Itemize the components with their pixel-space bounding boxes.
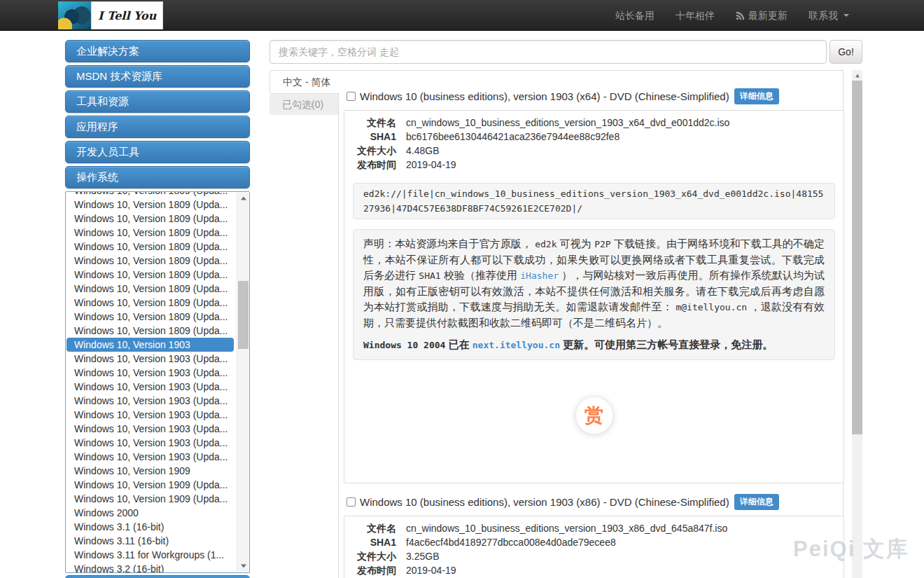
version-item[interactable]: Windows 10, Version 1903 (Upda...	[66, 450, 236, 464]
version-item[interactable]: Windows 10, Version 1909 (Upda...	[66, 492, 236, 506]
notice-segment: ed2k	[535, 239, 556, 249]
nav-link-webmaster-backup[interactable]: 站长备用	[605, 0, 665, 31]
field-value: 4.48GB	[406, 144, 439, 158]
version-item[interactable]: Windows 10, Version 1909 (Upda...	[66, 478, 236, 492]
version-item[interactable]: Windows 10, Version 1809 (Upda...	[66, 268, 236, 282]
tab-checked-items[interactable]: 已勾选(0)	[270, 94, 338, 115]
field-label: 文件名	[353, 521, 396, 535]
notice-segment: SHA1	[419, 270, 440, 281]
version-list: Windows 10, Version 1809 (Upda... Window…	[66, 192, 236, 572]
notice-segment: Windows 10 2004	[363, 340, 445, 350]
notice-segment[interactable]: next.itellyou.cn	[472, 340, 560, 350]
entry-title: Windows 10 (business editions), version …	[360, 90, 729, 102]
notice-segment: 校验（推荐使用	[444, 269, 517, 281]
version-item[interactable]: Windows 3.1 (16-bit)	[66, 520, 236, 534]
field-label: SHA1	[353, 130, 396, 144]
scroll-down-arrow-icon[interactable]	[237, 560, 249, 572]
notice-segment: 已在	[449, 338, 470, 350]
brand[interactable]: I Tell You	[58, 1, 163, 29]
version-item[interactable]: Windows 10, Version 1809 (Upda...	[66, 310, 236, 324]
category-buttons: 企业解决方案 MSDN 技术资源库 工具和资源 应用程序 开发人员工具 操作系统	[65, 40, 250, 188]
field-label: SHA1	[353, 535, 396, 549]
entry-row: Windows 10 (business editions), version …	[346, 90, 837, 102]
rss-icon	[736, 11, 745, 20]
version-item[interactable]: Windows 10, Version 1903 (Upda...	[66, 366, 236, 380]
tab-area: 中文 - 简体 已勾选(0) Windows 10 (business edit…	[270, 70, 862, 578]
version-item[interactable]: Windows 10, Version 1809 (Upda...	[66, 198, 236, 212]
nav-link-ten-years[interactable]: 十年相伴	[665, 0, 725, 31]
category-button[interactable]: 开发人员工具	[65, 141, 250, 163]
field-row: 发布时间 2019-04-19	[353, 158, 835, 172]
main-scrollbar[interactable]	[852, 70, 862, 578]
version-item[interactable]: Windows 10, Version 1903	[66, 338, 234, 352]
version-item[interactable]: Windows 3.2 (16-bit)	[66, 562, 236, 572]
version-item[interactable]: Windows 10, Version 1809 (Upda...	[66, 254, 236, 268]
list-scrollbar-thumb[interactable]	[238, 281, 248, 349]
main-scrollbar-thumb[interactable]	[852, 81, 862, 434]
caret-down-icon	[844, 14, 849, 17]
field-value: f4ac6ecf4bd4189277dbcca008e4d0ade79ecee8	[406, 535, 616, 549]
version-item[interactable]: Windows 10, Version 1909	[66, 464, 236, 478]
version-listbox: Windows 10, Version 1809 (Upda... Window…	[65, 191, 250, 573]
notice-segment[interactable]: iHasher	[520, 270, 559, 281]
search-input[interactable]	[270, 40, 827, 64]
partial-category-button[interactable]	[65, 575, 250, 578]
list-scrollbar[interactable]	[237, 193, 248, 572]
sidebar: 企业解决方案 MSDN 技术资源库 工具和资源 应用程序 开发人员工具 操作系统	[65, 40, 250, 578]
entry-checkbox[interactable]	[346, 497, 356, 507]
version-item[interactable]: Windows 10, Version 1809 (Upda...	[66, 192, 236, 198]
field-row: SHA1 bc6176bee6130446421aca236e7944ee88c…	[353, 130, 835, 144]
version-item[interactable]: Windows 10, Version 1903 (Upda...	[66, 422, 236, 436]
category-button[interactable]: MSDN 技术资源库	[65, 65, 250, 88]
search-go-button[interactable]: Go!	[830, 40, 862, 64]
version-item[interactable]: Windows 2000	[66, 506, 236, 520]
field-value: 2019-04-19	[406, 158, 456, 172]
version-item[interactable]: Windows 3.11 (16-bit)	[66, 534, 236, 548]
version-item[interactable]: Windows 10, Version 1903 (Upda...	[66, 352, 236, 366]
version-item[interactable]: Windows 10, Version 1809 (Upda...	[66, 212, 236, 226]
version-item[interactable]: Windows 10, Version 1903 (Upda...	[66, 436, 236, 450]
version-item[interactable]: Windows 10, Version 1809 (Upda...	[66, 324, 236, 338]
field-value: bc6176bee6130446421aca236e7944ee88c92fe8	[406, 130, 620, 144]
details-info-button[interactable]: 详细信息	[734, 494, 779, 510]
field-label: 文件大小	[353, 144, 396, 158]
top-navbar: I Tell You 站长备用 十年相伴 最新更新 联系我	[0, 0, 924, 31]
scroll-up-arrow-icon[interactable]	[852, 70, 862, 81]
donate-button[interactable]: 赏	[575, 397, 613, 434]
category-button[interactable]: 应用程序	[65, 116, 250, 138]
field-value: cn_windows_10_business_editions_version_…	[406, 521, 727, 535]
version-item[interactable]: Windows 10, Version 1809 (Upda...	[66, 296, 236, 310]
version-item[interactable]: Windows 10, Version 1809 (Upda...	[66, 282, 236, 296]
category-button[interactable]: 工具和资源	[65, 90, 250, 113]
nav-link-latest-updates[interactable]: 最新更新	[725, 0, 798, 31]
version-item[interactable]: Windows 10, Version 1903 (Upda...	[66, 408, 236, 422]
version-item[interactable]: Windows 10, Version 1903 (Upda...	[66, 394, 236, 408]
entry-row: Windows 10 (business editions), version …	[346, 495, 837, 508]
ed2k-download-link[interactable]: ed2k://|file|cn_windows_10_business_edit…	[353, 183, 835, 219]
notice-segment: P2P	[594, 239, 610, 249]
field-row: 发布时间 2019-04-19	[353, 563, 835, 577]
brand-title: I Tell You	[91, 1, 163, 29]
version-item[interactable]: Windows 3.11 for Workgroups (1...	[66, 548, 236, 562]
entry-title: Windows 10 (business editions), version …	[360, 496, 729, 508]
version-item[interactable]: Windows 10, Version 1809 (Upda...	[66, 240, 236, 254]
notice-segment: 更新。可使用第三方帐号直接登录，免注册。	[563, 338, 773, 350]
tab-chinese-simplified[interactable]: 中文 - 简体	[270, 70, 339, 94]
main-content: Go! 中文 - 简体 已勾选(0) Windows 10 (business …	[270, 40, 862, 578]
details-info-button[interactable]: 详细信息	[734, 88, 779, 104]
field-value: 3.25GB	[406, 549, 439, 563]
category-button[interactable]: 企业解决方案	[65, 40, 250, 62]
field-label: 发布时间	[353, 158, 396, 172]
tab-content-panel: Windows 10 (business editions), version …	[338, 70, 844, 578]
nav-link-contact[interactable]: 联系我	[798, 0, 860, 31]
update-announcement: Windows 10 2004 已在 next.itellyou.cn 更新。可…	[363, 337, 825, 353]
entry-checkbox[interactable]	[346, 92, 356, 101]
version-item[interactable]: Windows 10, Version 1809 (Upda...	[66, 226, 236, 240]
field-row: SHA1 f4ac6ecf4bd4189277dbcca008e4d0ade79…	[353, 535, 835, 549]
brand-logo-image	[58, 1, 91, 29]
scroll-up-arrow-icon[interactable]	[237, 193, 249, 204]
category-button[interactable]: 操作系统	[65, 166, 250, 188]
donate-reward-glyph: 赏	[584, 403, 603, 428]
version-item[interactable]: Windows 10, Version 1903 (Upda...	[66, 380, 236, 394]
notice-segment: 声明：本站资源均来自于官方原版，	[363, 238, 532, 249]
